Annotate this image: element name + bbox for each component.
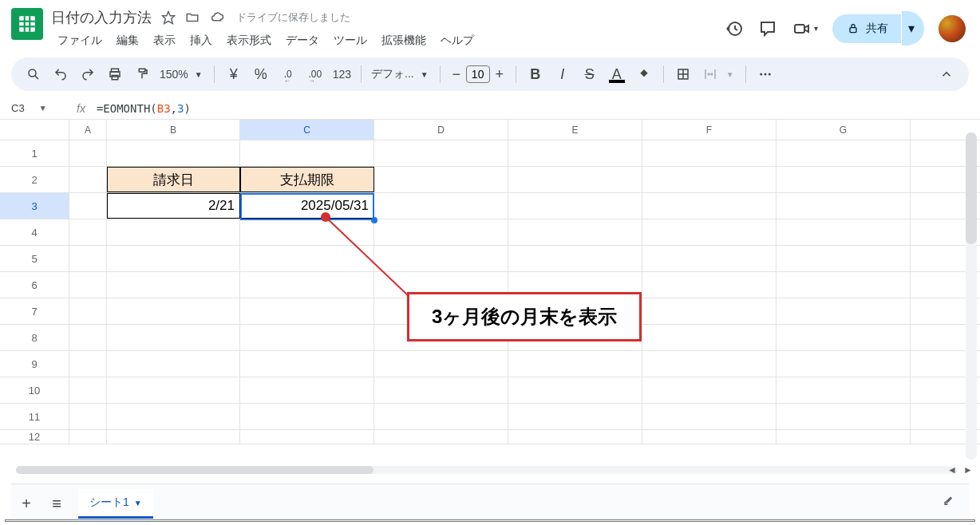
collapse-toolbar-icon[interactable] — [934, 62, 959, 86]
col-header-D[interactable]: D — [374, 120, 508, 140]
strikethrough-button[interactable]: S — [577, 62, 603, 86]
row-header-6[interactable]: 6 — [0, 272, 69, 298]
cell-F11[interactable] — [642, 404, 776, 429]
undo-icon[interactable] — [48, 62, 73, 86]
formula-bar[interactable]: =EOMONTH(B3,3) — [97, 102, 191, 115]
cell-D4[interactable] — [374, 219, 508, 245]
cloud-saved-icon[interactable] — [209, 10, 225, 25]
cell-G4[interactable] — [776, 219, 911, 245]
cell-B10[interactable] — [107, 377, 240, 403]
row-header-4[interactable]: 4 — [0, 219, 69, 245]
borders-button[interactable] — [670, 62, 696, 86]
cell-C9[interactable] — [240, 351, 374, 377]
currency-button[interactable]: ¥ — [221, 62, 247, 86]
cell-F9[interactable] — [642, 351, 776, 377]
menu-tools[interactable]: ツール — [327, 30, 373, 51]
cell-C12[interactable] — [240, 430, 374, 444]
cell-B4[interactable] — [107, 219, 240, 245]
cell-G1[interactable] — [776, 140, 911, 166]
cell-F10[interactable] — [642, 377, 776, 403]
cell-E1[interactable] — [508, 140, 642, 166]
share-dropdown[interactable]: ▾ — [902, 11, 924, 45]
row-header-10[interactable]: 10 — [0, 377, 69, 403]
cell-C11[interactable] — [240, 404, 374, 429]
cell-B6[interactable] — [107, 272, 240, 298]
cell-C2[interactable]: 支払期限 — [240, 167, 374, 192]
scroll-right-button[interactable]: ► — [961, 463, 975, 477]
cell-B8[interactable] — [107, 325, 240, 350]
cell-A9[interactable] — [69, 351, 107, 377]
cell-B5[interactable] — [107, 246, 240, 271]
cell-F8[interactable] — [642, 325, 776, 350]
cell-A1[interactable] — [69, 140, 107, 166]
cell-G2[interactable] — [776, 167, 911, 192]
cell-C3[interactable]: 2025/05/31 — [240, 193, 374, 219]
decrease-font-size[interactable]: − — [447, 64, 466, 85]
cell-B11[interactable] — [107, 404, 240, 429]
vertical-scroll-thumb[interactable] — [966, 132, 977, 244]
col-header-G[interactable]: G — [776, 120, 911, 140]
cell-A6[interactable] — [69, 272, 107, 298]
percent-button[interactable]: % — [248, 62, 274, 86]
row-header-11[interactable]: 11 — [0, 404, 69, 429]
cell-B7[interactable] — [107, 298, 240, 324]
cell-F3[interactable] — [642, 193, 776, 219]
cell-C5[interactable] — [240, 246, 374, 271]
row-header-7[interactable]: 7 — [0, 298, 69, 324]
cell-G3[interactable] — [776, 193, 911, 219]
menu-data[interactable]: データ — [279, 30, 326, 51]
cell-C7[interactable] — [240, 298, 374, 324]
cell-A8[interactable] — [69, 325, 107, 350]
merge-dropdown[interactable]: ▼ — [725, 70, 739, 79]
menu-file[interactable]: ファイル — [51, 30, 109, 51]
cell-D2[interactable] — [374, 167, 508, 192]
account-avatar[interactable] — [939, 15, 966, 42]
cell-G7[interactable] — [776, 298, 911, 324]
sheet-tab-1[interactable]: シート1 ▼ — [78, 489, 153, 519]
cell-E4[interactable] — [508, 219, 642, 245]
cell-E3[interactable] — [508, 193, 642, 219]
horizontal-scroll-thumb[interactable] — [16, 466, 373, 474]
col-header-C[interactable]: C — [240, 120, 374, 140]
cell-A5[interactable] — [69, 246, 107, 271]
cell-G12[interactable] — [776, 430, 911, 444]
cell-G9[interactable] — [776, 351, 911, 377]
cell-F7[interactable] — [642, 298, 776, 324]
search-menus-icon[interactable] — [21, 62, 46, 86]
row-header-8[interactable]: 8 — [0, 325, 69, 350]
meet-icon[interactable]: ▾ — [792, 19, 818, 38]
cell-C10[interactable] — [240, 377, 374, 403]
zoom-level[interactable]: 150% — [156, 68, 192, 81]
sheet-tab-dropdown-icon[interactable]: ▼ — [134, 499, 142, 507]
cell-C8[interactable] — [240, 325, 374, 350]
number-format-button[interactable]: 123 — [330, 68, 354, 81]
name-box[interactable]: C3 ▼ — [11, 102, 65, 114]
col-header-A[interactable]: A — [69, 120, 107, 140]
more-toolbar-icon[interactable] — [753, 62, 778, 86]
cell-E5[interactable] — [508, 246, 642, 271]
bold-button[interactable]: B — [523, 62, 548, 86]
grid-body[interactable]: 1 2請求日支払期限 32/212025/05/31 4 5 6 7 8 9 1… — [0, 140, 980, 444]
cell-D1[interactable] — [374, 140, 508, 166]
cell-B2[interactable]: 請求日 — [107, 167, 240, 192]
fill-color-button[interactable] — [631, 62, 657, 86]
menu-extensions[interactable]: 拡張機能 — [375, 30, 433, 51]
text-color-button[interactable]: A — [604, 62, 630, 86]
menu-edit[interactable]: 編集 — [110, 30, 145, 51]
fx-icon[interactable]: fx — [77, 102, 85, 115]
cell-D3[interactable] — [374, 193, 508, 219]
increase-decimal-button[interactable]: .00→ — [302, 62, 328, 86]
cell-F5[interactable] — [642, 246, 776, 271]
col-header-B[interactable]: B — [107, 120, 240, 140]
row-header-5[interactable]: 5 — [0, 246, 69, 271]
cell-B12[interactable] — [107, 430, 240, 444]
cell-G11[interactable] — [776, 404, 911, 429]
cell-G10[interactable] — [776, 377, 911, 403]
menu-insert[interactable]: 挿入 — [184, 30, 219, 51]
cell-C4[interactable] — [240, 219, 374, 245]
font-family-select[interactable]: デフォ... — [368, 67, 417, 81]
scroll-left-button[interactable]: ◄ — [945, 463, 959, 477]
redo-icon[interactable] — [75, 62, 101, 86]
increase-font-size[interactable]: + — [490, 64, 509, 85]
cell-D12[interactable] — [374, 430, 508, 444]
